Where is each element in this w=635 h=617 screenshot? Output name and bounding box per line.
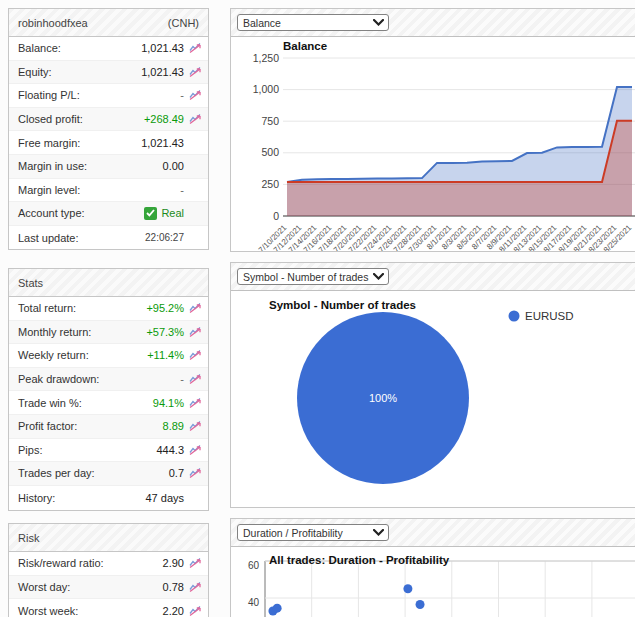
stats-panel-header: Stats [9,269,208,297]
scatter-point [416,600,425,609]
account-row: Free margin:1,021.43 [9,131,208,155]
row-icon-cell [184,349,202,361]
row-value: - [180,184,184,196]
row-value: 2.90 [163,557,184,569]
risk-panel-title: Risk [18,532,39,544]
row-label: Total return: [18,302,146,314]
row-value: 0.78 [163,581,184,593]
y-axis-tick-label: 60 [248,560,260,571]
row-value: 47 days [145,492,184,504]
scatter-point [273,604,282,613]
row-value: +11.4% [147,349,184,361]
trend-chart-icon[interactable] [189,373,202,385]
row-label: Account type: [18,207,144,219]
trend-chart-icon[interactable] [189,467,202,479]
select-value: Symbol - Number of trades [243,271,368,283]
row-icon-cell [184,467,202,479]
trend-chart-icon[interactable] [189,42,202,54]
duration-scatter-panel: Duration / Profitability All trades: Dur… [230,518,635,617]
account-row: Equity:1,021.43 [9,61,208,85]
row-icon-cell [184,326,202,338]
row-icon-cell [184,557,202,569]
duration-scatter-header: Duration / Profitability [231,519,635,547]
balance-chart-body: Balance 1,2501,00075050025007/10/20217/1… [231,37,635,251]
risk-row: Worst week:2.20 [9,599,208,617]
account-row: Balance:1,021.43 [9,37,208,61]
row-label: Free margin: [18,137,141,149]
balance-chart-header: Balance [231,9,635,37]
row-value: 22:06:27 [145,232,184,243]
row-value: +95.2% [146,302,184,314]
row-icon-cell [184,113,202,125]
stats-row: Weekly return:+11.4% [9,344,208,368]
row-label: Peak drawdown: [18,373,180,385]
stats-row: History:47 days [9,486,208,510]
y-axis-tick-label: 750 [261,115,279,127]
select-value: Duration / Profitability [243,527,343,539]
row-value: 8.89 [163,420,184,432]
row-label: Risk/reward ratio: [18,557,163,569]
symbol-pie-title: Symbol - Number of trades [269,299,416,311]
account-row: Closed profit:+268.49 [9,108,208,132]
y-axis-tick-label: 40 [248,597,260,608]
row-label: Pips: [18,444,156,456]
risk-row: Risk/reward ratio:2.90 [9,552,208,576]
trend-chart-icon[interactable] [189,349,202,361]
row-icon-cell [184,42,202,54]
trend-chart-icon[interactable] [189,302,202,314]
trend-chart-icon[interactable] [189,557,202,569]
stats-row: Trades per day:0.7 [9,462,208,486]
trend-chart-icon[interactable] [189,444,202,456]
symbol-pie-chart: 100%EURUSD [231,291,635,507]
account-panel-header: robinhoodfxea (CNH) [9,9,208,37]
row-label: Equity: [18,66,141,78]
balance-chart-select[interactable]: Balance [237,14,389,31]
trend-chart-icon[interactable] [189,397,202,409]
balance-chart-panel: Balance Balance 1,2501,00075050025007/10… [230,8,635,252]
trend-chart-icon[interactable] [189,605,202,617]
stats-panel: Stats Total return:+95.2%Monthly return:… [8,268,209,511]
account-currency: (CNH) [168,17,199,29]
row-icon-cell [184,581,202,593]
risk-panel-header: Risk [9,524,208,552]
row-label: Worst day: [18,581,163,593]
row-label: Trade win %: [18,397,153,409]
y-axis-tick-label: 1,250 [253,52,279,64]
account-type-badge: Real [144,207,184,220]
trend-chart-icon[interactable] [189,326,202,338]
row-label: Closed profit: [18,113,144,125]
row-value: 0.7 [169,467,184,479]
symbol-pie-panel: Symbol - Number of trades Symbol - Numbe… [230,262,635,508]
duration-scatter-title: All trades: Duration - Profitability [269,554,449,566]
row-icon-cell [184,66,202,78]
trend-chart-icon[interactable] [189,66,202,78]
stats-rows: Total return:+95.2%Monthly return:+57.3%… [9,297,208,509]
duration-scatter-select[interactable]: Duration / Profitability [237,524,389,541]
stats-row: Monthly return:+57.3% [9,321,208,345]
chevron-down-icon [373,529,384,536]
trend-chart-icon[interactable] [189,420,202,432]
balance-chart-title: Balance [283,40,327,52]
scatter-point [403,584,412,593]
row-value: 1,021.43 [141,137,184,149]
row-value: 1,021.43 [141,42,184,54]
risk-rows: Risk/reward ratio:2.90Worst day:0.78Wors… [9,552,208,617]
account-row: Margin level:- [9,179,208,203]
row-icon-cell [184,373,202,385]
stats-row: Pips:444.3 [9,439,208,463]
row-value: 0.00 [163,160,184,172]
symbol-pie-select[interactable]: Symbol - Number of trades [237,268,389,285]
row-label: Profit factor: [18,420,163,432]
legend-label: EURUSD [525,310,574,322]
account-row: Last update:22:06:27 [9,226,208,250]
risk-panel: Risk Risk/reward ratio:2.90Worst day:0.7… [8,523,209,617]
trend-chart-icon[interactable] [189,113,202,125]
select-value: Balance [243,17,281,29]
trend-chart-icon[interactable] [189,581,202,593]
row-icon-cell [184,605,202,617]
y-axis-tick-label: 500 [261,146,279,158]
stats-panel-title: Stats [18,277,43,289]
y-axis-tick-label: 0 [273,210,279,222]
trend-chart-icon[interactable] [189,89,202,101]
row-value: 444.3 [156,444,184,456]
